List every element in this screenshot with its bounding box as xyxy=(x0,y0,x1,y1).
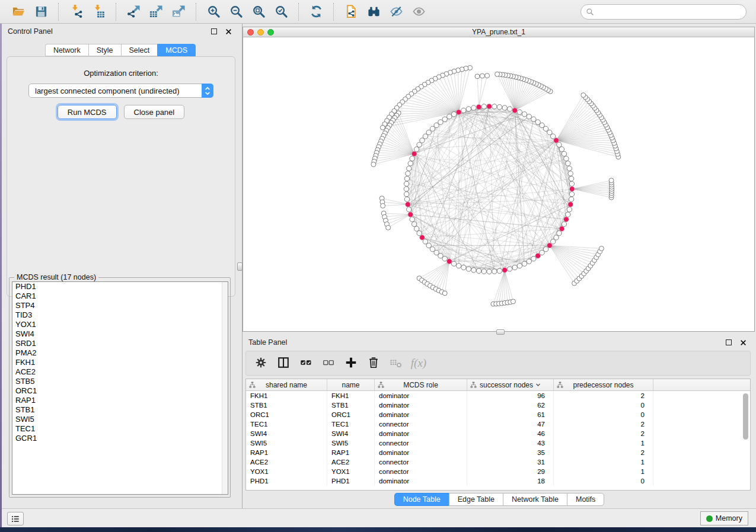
export-image-button[interactable] xyxy=(167,2,190,21)
mcds-result-item[interactable]: ACE2 xyxy=(12,367,228,377)
mcds-result-item[interactable]: STP4 xyxy=(12,301,228,310)
show-all-button[interactable] xyxy=(407,2,430,21)
mcds-result-item[interactable]: STB1 xyxy=(12,405,228,415)
mcds-result-item[interactable]: FKH1 xyxy=(12,358,228,367)
table-row[interactable]: SWI4SWI4dominator462 xyxy=(246,429,750,438)
table-row[interactable]: TEC1TEC1connector472 xyxy=(246,419,750,429)
mcds-list-scrollbar[interactable] xyxy=(222,282,228,494)
zoom-selected-icon xyxy=(275,5,288,18)
table-panel-title: Table Panel xyxy=(248,338,287,347)
search-box[interactable] xyxy=(580,4,747,20)
select-all-button[interactable] xyxy=(296,353,316,373)
tab-style[interactable]: Style xyxy=(88,44,121,56)
first-neighbors-button[interactable] xyxy=(362,2,385,21)
network-canvas[interactable] xyxy=(243,37,755,332)
column-header-name[interactable]: name xyxy=(327,379,375,390)
search-input[interactable] xyxy=(596,8,741,16)
tab-network-table[interactable]: Network Table xyxy=(503,493,567,506)
mcds-result-item[interactable]: RAP1 xyxy=(12,396,228,405)
criterion-select[interactable]: largest connected component (undirected) xyxy=(28,84,213,98)
apply-layout-button[interactable] xyxy=(305,2,327,21)
table-row[interactable]: ACE2ACE2connector311 xyxy=(246,457,750,467)
table-cell: connector xyxy=(375,419,467,429)
zoom-in-button[interactable] xyxy=(202,2,225,21)
new-network-button[interactable] xyxy=(340,2,362,21)
tab-motifs[interactable]: Motifs xyxy=(567,493,604,506)
table-settings-button[interactable] xyxy=(251,353,271,373)
mcds-result-item[interactable]: PHD1 xyxy=(12,282,228,291)
tab-mcds[interactable]: MCDS xyxy=(157,44,196,56)
table-row[interactable]: SWI5SWI5connector431 xyxy=(246,438,750,448)
table-scrollbar[interactable] xyxy=(742,393,749,488)
table-cell: 1 xyxy=(554,457,653,467)
float-panel-icon[interactable] xyxy=(209,27,219,36)
open-file-button[interactable] xyxy=(7,2,30,21)
toggle-columns-button[interactable] xyxy=(273,353,294,373)
column-header-MCDS-role[interactable]: MCDS role xyxy=(375,379,467,390)
table-cell: SWI4 xyxy=(246,429,327,438)
import-table-button[interactable] xyxy=(87,2,110,21)
close-panel-button[interactable]: Close panel xyxy=(124,105,185,119)
export-network-button[interactable] xyxy=(122,2,145,21)
column-type-icon xyxy=(470,382,477,388)
column-header-successor-nodes[interactable]: successor nodes xyxy=(467,379,554,390)
memory-button[interactable]: Memory xyxy=(700,511,748,525)
horizontal-splitter-handle[interactable] xyxy=(496,329,505,335)
mcds-result-item[interactable]: PMA2 xyxy=(12,348,228,358)
table-row[interactable]: RAP1RAP1dominator352 xyxy=(246,448,750,457)
mcds-result-item[interactable]: TID3 xyxy=(12,310,228,320)
control-panel-title: Control Panel xyxy=(8,27,53,36)
zoom-fit-button[interactable] xyxy=(247,2,270,21)
table-row[interactable]: ORC1ORC1dominator610 xyxy=(246,410,750,419)
mcds-result-item[interactable]: GCR1 xyxy=(12,434,228,443)
import-network-button[interactable] xyxy=(65,2,87,21)
tab-edge-table[interactable]: Edge Table xyxy=(449,493,503,506)
column-header-shared-name[interactable]: shared name xyxy=(246,379,327,390)
table-row[interactable]: PHD1PHD1dominator180 xyxy=(246,476,750,486)
run-mcds-button[interactable]: Run MCDS xyxy=(58,105,117,119)
toolbar-separator xyxy=(58,3,59,21)
control-panel: Control Panel NetworkStyleSelectMCDS Opt… xyxy=(2,24,239,508)
export-table-icon xyxy=(149,5,163,18)
table-toolbar: f(x) xyxy=(245,351,751,376)
tab-node-table[interactable]: Node Table xyxy=(394,493,449,506)
mcds-result-item[interactable]: STB5 xyxy=(12,377,228,386)
table-scrollbar-thumb[interactable] xyxy=(743,393,748,440)
vertical-splitter-handle[interactable] xyxy=(237,262,243,271)
float-table-panel-icon[interactable] xyxy=(724,338,733,347)
mcds-result-item[interactable]: CAR1 xyxy=(12,291,228,301)
mcds-result-item[interactable]: SWI5 xyxy=(12,415,228,424)
mcds-result-item[interactable]: YOX1 xyxy=(12,320,228,329)
table-row[interactable]: STB1STB1dominator620 xyxy=(246,400,750,410)
delete-column-button[interactable] xyxy=(363,353,384,373)
zoom-fit-icon xyxy=(252,5,266,18)
network-window-titlebar[interactable]: YPA_prune.txt_1 xyxy=(243,27,755,37)
table-cell: dominator xyxy=(375,429,467,438)
mcds-result-list[interactable]: PHD1CAR1STP4TID3YOX1SWI4SRD1PMA2FKH1ACE2… xyxy=(12,281,228,495)
tab-network[interactable]: Network xyxy=(45,44,88,56)
column-header-predecessor-nodes[interactable]: predecessor nodes xyxy=(554,379,653,390)
mcds-result-item[interactable]: ORC1 xyxy=(12,386,228,396)
close-panel-icon[interactable] xyxy=(224,27,233,36)
tab-select[interactable]: Select xyxy=(121,44,158,56)
mcds-result-item[interactable]: SRD1 xyxy=(12,339,228,348)
add-column-button[interactable] xyxy=(341,353,361,373)
hide-selected-button[interactable] xyxy=(385,2,407,21)
eye-slash-icon xyxy=(390,5,403,18)
close-table-panel-icon[interactable] xyxy=(738,338,748,347)
zoom-out-button[interactable] xyxy=(225,2,247,21)
table-row[interactable]: FKH1FKH1dominator962 xyxy=(246,391,750,400)
export-image-icon xyxy=(172,5,186,18)
mcds-result-item[interactable]: SWI4 xyxy=(12,329,228,339)
deselect-all-button[interactable] xyxy=(318,353,339,373)
column-type-icon xyxy=(249,382,256,388)
task-history-button[interactable] xyxy=(7,512,24,525)
export-table-button[interactable] xyxy=(145,2,167,21)
table-cell: connector xyxy=(375,457,467,467)
save-session-button[interactable] xyxy=(30,2,52,21)
network-view-frame: YPA_prune.txt_1 xyxy=(243,27,755,332)
table-row[interactable]: YOX1YOX1connector291 xyxy=(246,467,750,476)
zoom-selected-button[interactable] xyxy=(270,2,292,21)
mcds-result-item[interactable]: TEC1 xyxy=(12,424,228,434)
table-cell: PHD1 xyxy=(246,476,327,486)
